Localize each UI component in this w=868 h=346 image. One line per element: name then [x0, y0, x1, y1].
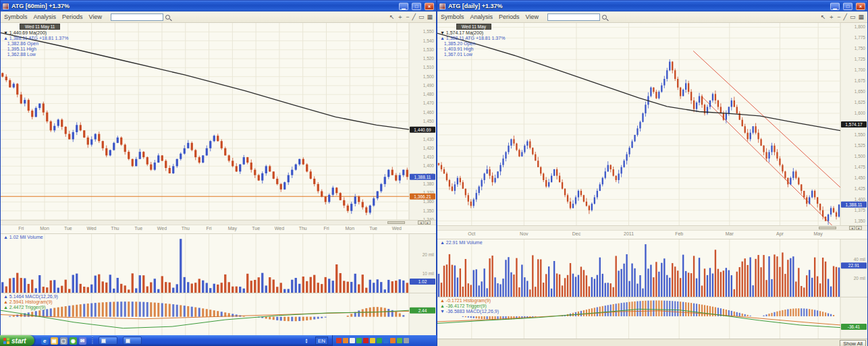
quick-launch-overflow[interactable]: ▲▼	[303, 338, 310, 343]
scroll-left-button[interactable]: ◂	[418, 221, 424, 225]
clock-area[interactable]	[412, 335, 437, 346]
tray-icon[interactable]	[397, 338, 402, 343]
menu-analysis[interactable]: Analysis	[34, 13, 57, 20]
tray-icon[interactable]	[350, 338, 355, 343]
time-axis-label: Nov	[520, 231, 528, 236]
tray-icon[interactable]	[336, 338, 342, 343]
menu-view[interactable]: View	[526, 13, 539, 20]
scroll-right-button[interactable]: ▸	[856, 226, 862, 230]
time-axis-label: Tue	[64, 226, 72, 231]
desktop-icon[interactable]: ▢	[60, 337, 67, 345]
zoom-out-icon[interactable]: −	[837, 14, 840, 20]
mail-icon[interactable]: ✉	[79, 337, 86, 345]
menu-periods[interactable]: Periods	[499, 13, 520, 20]
tray-icon[interactable]	[343, 338, 348, 343]
volume-chart-svg[interactable]: 40 mil20 mil22.91	[437, 239, 867, 297]
maximize-button[interactable]: □	[843, 3, 852, 10]
folder-icon[interactable]: ▣	[51, 337, 58, 345]
menu-view[interactable]: View	[89, 13, 102, 20]
windows-logo-icon	[3, 338, 9, 344]
time-axis-label: May	[228, 226, 237, 231]
svg-text:1,450: 1,450	[423, 119, 435, 123]
zoom-out-icon[interactable]: −	[406, 14, 409, 20]
chart-toolbar: ↖＋−╱▭▦	[821, 14, 864, 20]
svg-text:1,625: 1,625	[855, 100, 866, 105]
minimize-button[interactable]: ▁	[399, 3, 408, 10]
tray-icon[interactable]	[356, 338, 362, 343]
save-icon[interactable]: ▦	[858, 14, 864, 20]
scroll-left-button[interactable]: ◂	[849, 226, 855, 230]
time-axis-label: Thu	[299, 226, 307, 231]
rectangle-tool-icon[interactable]: ▭	[850, 14, 856, 20]
tray-icon[interactable]	[390, 338, 396, 343]
time-axis-label: Mar	[726, 231, 734, 236]
scroll-right-button[interactable]: ▸	[425, 221, 431, 225]
pointer-icon[interactable]: ↖	[821, 14, 826, 20]
desktop: ATG [60min] +1.37% ▁ □ × Symbols Analysi…	[0, 0, 868, 346]
symbol-search-input[interactable]	[111, 13, 163, 21]
chart-toolbar: ↖＋−╱▭▦	[389, 14, 433, 20]
svg-text:1,520: 1,520	[423, 56, 435, 61]
rectangle-tool-icon[interactable]: ▭	[418, 14, 425, 20]
line-tool-icon[interactable]: ╱	[412, 14, 416, 20]
line-tool-icon[interactable]: ╱	[844, 14, 847, 20]
close-button[interactable]: ×	[856, 3, 865, 10]
legend-row: 1,362.88 Low	[3, 52, 68, 57]
media-player-icon[interactable]: ◉	[70, 337, 77, 345]
search-icon[interactable]	[602, 15, 607, 20]
time-axis-label: Mon	[345, 226, 354, 231]
legend-row: ▲ 1.02 Mil Volume	[3, 235, 43, 240]
minimize-button[interactable]: ▁	[830, 3, 840, 10]
scrollbar-thumb[interactable]	[819, 227, 836, 229]
tray-icon[interactable]	[383, 338, 389, 343]
legend-row: ▲ 1,388.11 ATG +18.81 1.37%	[3, 36, 68, 41]
maximize-button[interactable]: □	[412, 3, 421, 10]
svg-text:1,366.21: 1,366.21	[414, 194, 431, 199]
taskbar-window-button-1[interactable]	[99, 337, 117, 345]
svg-text:1,500: 1,500	[423, 74, 435, 79]
menu-symbols[interactable]: Symbols	[4, 13, 28, 20]
tray-icon[interactable]	[404, 338, 409, 343]
menu-analysis[interactable]: Analysis	[470, 13, 493, 20]
titlebar[interactable]: ATG [60min] +1.37% ▁ □ ×	[1, 1, 436, 11]
symbol-search-input[interactable]	[547, 13, 600, 21]
language-indicator[interactable]: EN	[315, 337, 328, 345]
horizontal-scrollbar[interactable]: ◂ ▸	[437, 225, 867, 231]
pointer-icon[interactable]: ↖	[389, 14, 395, 20]
menu-periods[interactable]: Periods	[62, 13, 83, 20]
volume-chart-svg[interactable]: 20 mil10 mil1.02	[1, 234, 436, 293]
browser-icon[interactable]: e	[41, 337, 49, 345]
menu-symbols[interactable]: Symbols	[441, 13, 464, 20]
titlebar[interactable]: ATG [daily] +1.37% ▁ □ ×	[437, 1, 867, 11]
horizontal-scrollbar[interactable]: ◂ ▸	[1, 220, 436, 225]
macd-chart-svg[interactable]: -36.41	[437, 297, 867, 339]
legend-row: ▲ 22.91 Mil Volume	[440, 240, 483, 246]
save-icon[interactable]: ▦	[427, 14, 433, 20]
macd-chart-svg[interactable]: 2.44	[1, 293, 436, 336]
tray-icon[interactable]	[377, 338, 382, 343]
svg-text:1,550: 1,550	[423, 29, 435, 34]
price-legend: ▼ 1,574.17 Ma(200)▲ 1,388.11 ATG +18.81 …	[440, 30, 505, 57]
search-icon[interactable]	[165, 15, 170, 20]
time-axis-label: May	[814, 231, 823, 236]
tray-icon[interactable]	[363, 338, 369, 343]
time-axis-label: Fri	[323, 226, 329, 231]
svg-text:2.44: 2.44	[418, 308, 427, 313]
svg-text:1,700: 1,700	[855, 67, 866, 72]
start-button[interactable]: start	[0, 335, 34, 346]
zoom-in-icon[interactable]: ＋	[397, 14, 403, 20]
scrollbar-thumb[interactable]	[387, 221, 405, 224]
svg-text:1,360: 1,360	[423, 199, 435, 204]
tray-icon[interactable]	[370, 338, 375, 343]
legend-row: ▲ 1,388.11 ATG +18.81 1.37%	[440, 36, 505, 41]
show-all-button[interactable]: Show All	[840, 340, 866, 346]
taskbar-window-button-2[interactable]	[123, 337, 142, 345]
volume-legend: ▲ 22.91 Mil Volume	[440, 240, 483, 246]
legend-row: ▲ -0.1721 Histogram(9)	[440, 298, 499, 304]
svg-text:1,350: 1,350	[855, 219, 866, 223]
close-button[interactable]: ×	[425, 3, 434, 10]
time-axis-label: Thu	[182, 226, 190, 231]
svg-text:1,490: 1,490	[423, 83, 435, 88]
svg-text:1,460: 1,460	[423, 110, 435, 115]
zoom-in-icon[interactable]: ＋	[828, 14, 834, 20]
